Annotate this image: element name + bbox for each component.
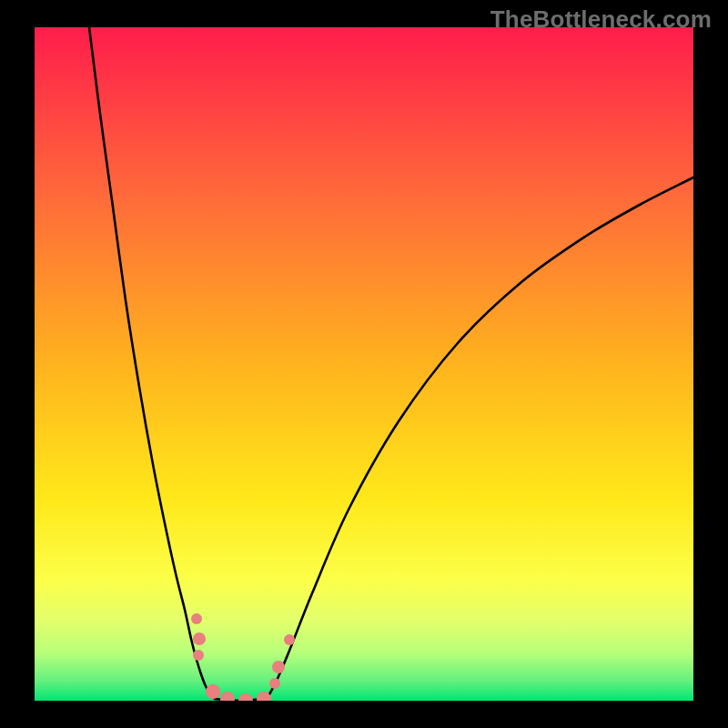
- bottleneck-curve: [35, 27, 693, 701]
- marker-dot: [284, 634, 295, 645]
- marker-dot: [191, 613, 202, 624]
- curve-left-branch: [89, 27, 215, 699]
- chart-frame: TheBottleneck.com: [0, 0, 728, 728]
- marker-dot: [193, 650, 204, 661]
- marker-dot: [193, 632, 206, 645]
- curve-right-branch: [267, 177, 693, 699]
- marker-dot: [220, 692, 235, 701]
- plot-area: [35, 27, 693, 701]
- marker-dot: [269, 678, 280, 689]
- marker-dot: [272, 661, 285, 673]
- marker-dot: [238, 693, 253, 701]
- marker-dot: [206, 684, 220, 699]
